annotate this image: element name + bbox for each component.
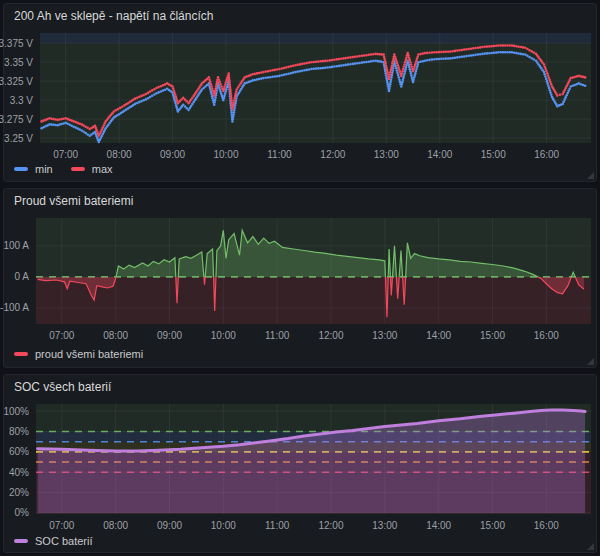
legend-item-current[interactable]: proud všemi bateriemi [14, 348, 143, 360]
soc-chart[interactable]: 07:0008:0009:0010:0011:0012:0013:0014:00… [4, 400, 596, 530]
svg-text:12:00: 12:00 [318, 520, 343, 531]
svg-text:20%: 20% [9, 487, 29, 498]
svg-text:12:00: 12:00 [318, 330, 343, 341]
svg-text:13:00: 13:00 [372, 520, 397, 531]
svg-text:08:00: 08:00 [103, 330, 128, 341]
legend-marker-max [71, 167, 85, 171]
panel-resize-handle[interactable] [587, 172, 594, 179]
svg-text:07:00: 07:00 [53, 149, 78, 160]
panel-title[interactable]: 200 Ah ve sklepě - napětí na článcích [4, 4, 596, 29]
svg-text:3.325 V: 3.325 V [0, 76, 33, 87]
panel-soc: SOC všech baterií 07:0008:0009:0010:0011… [3, 374, 597, 553]
panel-title[interactable]: SOC všech baterií [4, 375, 596, 400]
panel-resize-handle[interactable] [587, 358, 594, 365]
svg-text:80%: 80% [9, 426, 29, 437]
svg-text:15:00: 15:00 [480, 330, 505, 341]
svg-text:3.25 V: 3.25 V [4, 133, 33, 144]
svg-text:3.3 V: 3.3 V [10, 95, 34, 106]
svg-text:0%: 0% [15, 507, 30, 518]
svg-text:08:00: 08:00 [107, 149, 132, 160]
svg-text:07:00: 07:00 [49, 330, 74, 341]
legend-marker-current [14, 352, 28, 356]
panel-cell-voltage: 200 Ah ve sklepě - napětí na článcích 07… [3, 3, 597, 182]
svg-text:60%: 60% [9, 446, 29, 457]
svg-text:08:00: 08:00 [103, 520, 128, 531]
svg-text:09:00: 09:00 [160, 149, 185, 160]
legend-item-max[interactable]: max [71, 163, 113, 175]
svg-text:100 A: 100 A [3, 240, 29, 251]
legend-item-min[interactable]: min [14, 163, 53, 175]
svg-text:3.375 V: 3.375 V [0, 38, 33, 49]
svg-text:14:00: 14:00 [426, 520, 451, 531]
svg-text:09:00: 09:00 [157, 330, 182, 341]
svg-text:14:00: 14:00 [427, 149, 452, 160]
legend: min max [4, 158, 596, 180]
svg-text:16:00: 16:00 [534, 520, 559, 531]
svg-text:10:00: 10:00 [211, 520, 236, 531]
svg-text:13:00: 13:00 [374, 149, 399, 160]
svg-text:09:00: 09:00 [157, 520, 182, 531]
svg-text:11:00: 11:00 [265, 330, 290, 341]
legend-label: SOC baterií [35, 535, 92, 547]
legend-label: proud všemi bateriemi [35, 348, 143, 360]
svg-text:11:00: 11:00 [265, 520, 290, 531]
panel-title[interactable]: Proud všemi bateriemi [4, 189, 596, 214]
svg-text:-100 A: -100 A [0, 302, 29, 313]
svg-text:10:00: 10:00 [211, 330, 236, 341]
legend-label: max [92, 163, 113, 175]
panel-resize-handle[interactable] [587, 543, 594, 550]
svg-text:14:00: 14:00 [426, 330, 451, 341]
legend-label: min [35, 163, 53, 175]
svg-text:16:00: 16:00 [534, 330, 559, 341]
svg-text:11:00: 11:00 [267, 149, 292, 160]
legend-marker-soc [14, 539, 28, 543]
svg-text:07:00: 07:00 [49, 520, 74, 531]
svg-text:0 A: 0 A [15, 271, 30, 282]
legend-marker-min [14, 167, 28, 171]
legend: SOC baterií [4, 530, 596, 551]
svg-text:13:00: 13:00 [372, 330, 397, 341]
voltage-chart[interactable]: 07:0008:0009:0010:0011:0012:0013:0014:00… [4, 29, 596, 158]
current-chart[interactable]: 07:0008:0009:0010:0011:0012:0013:0014:00… [4, 214, 596, 342]
svg-text:15:00: 15:00 [481, 149, 506, 160]
svg-text:15:00: 15:00 [480, 520, 505, 531]
svg-text:100%: 100% [3, 406, 29, 417]
svg-text:40%: 40% [9, 467, 29, 478]
panel-battery-current: Proud všemi bateriemi 07:0008:0009:0010:… [3, 188, 597, 368]
svg-text:3.275 V: 3.275 V [0, 114, 33, 125]
svg-text:3.35 V: 3.35 V [4, 57, 33, 68]
svg-text:10:00: 10:00 [213, 149, 238, 160]
legend-item-soc[interactable]: SOC baterií [14, 535, 92, 547]
legend: proud všemi bateriemi [4, 342, 596, 366]
svg-text:16:00: 16:00 [534, 149, 559, 160]
svg-text:12:00: 12:00 [320, 149, 345, 160]
